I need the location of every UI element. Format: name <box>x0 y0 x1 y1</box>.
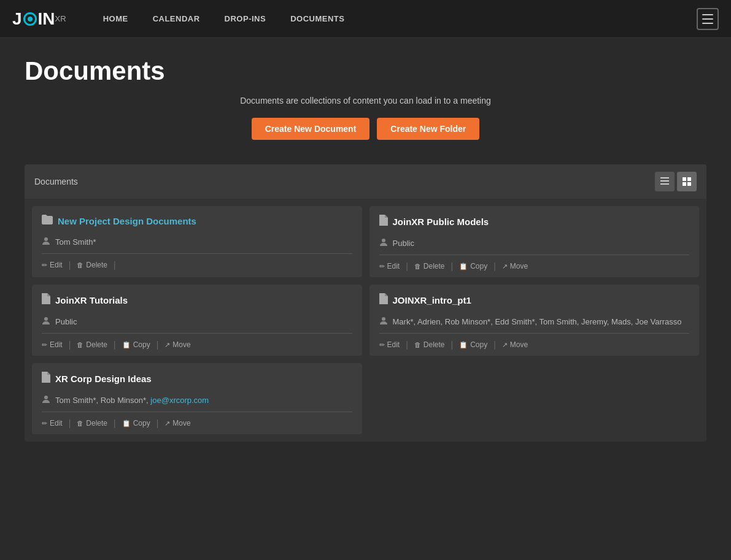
move-action-intro[interactable]: ↗ Move <box>497 340 533 349</box>
doc-icon-5 <box>42 372 50 385</box>
card-owner-tutorials: Public <box>32 313 362 333</box>
move-icon: ↗ <box>502 263 508 270</box>
edit-icon-2: ✏ <box>379 263 385 270</box>
list-view-button[interactable] <box>655 172 675 191</box>
card-title-public-models: JoinXR Public Models <box>393 217 489 227</box>
panel-title: Documents <box>34 177 78 186</box>
hamburger-line-2 <box>702 18 713 20</box>
delete-label-3: Delete <box>86 340 107 349</box>
hamburger-line-1 <box>702 14 713 15</box>
edit-icon-5: ✏ <box>42 420 47 428</box>
delete-icon-3: 🗑 <box>77 341 83 348</box>
doc-svg-4 <box>379 293 388 304</box>
owner-email-xrcorp: joe@xrcorp.com <box>150 396 209 405</box>
move-icon-3: ↗ <box>164 341 170 349</box>
card-joinxr-tutorials: JoinXR Tutorials Public ✏ Edit | <box>32 285 362 356</box>
nav-home[interactable]: HOME <box>103 14 128 23</box>
svg-point-7 <box>44 237 48 241</box>
doc-svg-3 <box>42 293 50 304</box>
card-joinxr-public-models: JoinXR Public Models Public ✏ Edit | <box>369 206 700 277</box>
hamburger-menu[interactable] <box>697 8 719 30</box>
card-title-tutorials: JoinXR Tutorials <box>55 295 128 305</box>
sep-3: | <box>492 261 497 271</box>
person-svg-3 <box>42 316 50 325</box>
delete-action-xrcorp[interactable]: 🗑 Delete <box>72 419 112 428</box>
doc-icon-3 <box>42 293 50 307</box>
svg-rect-3 <box>683 177 686 181</box>
nav-dropins[interactable]: DROP-INS <box>225 14 266 23</box>
grid-view-icon <box>683 177 691 186</box>
copy-label: Copy <box>470 262 487 270</box>
copy-action-public-models[interactable]: 📋 Copy <box>454 262 492 270</box>
edit-action-public-models[interactable]: ✏ Edit <box>379 262 405 270</box>
folder-svg <box>42 215 53 224</box>
nav-documents[interactable]: DOCUMENTS <box>290 14 344 23</box>
panel-header: Documents <box>25 164 706 199</box>
delete-action-new-project[interactable]: 🗑 Delete <box>72 261 112 269</box>
delete-action-tutorials[interactable]: 🗑 Delete <box>72 340 112 349</box>
delete-action-public-models[interactable]: 🗑 Delete <box>409 262 450 270</box>
grid-view-button[interactable] <box>677 172 697 191</box>
copy-label-3: Copy <box>133 340 150 349</box>
card-actions-public-models: ✏ Edit | 🗑 Delete | 📋 Copy | ↗ Move <box>369 255 700 277</box>
svg-rect-0 <box>660 177 669 178</box>
edit-action-intro[interactable]: ✏ Edit <box>379 340 405 349</box>
card-title-new-project[interactable]: New Project Design Documents <box>58 216 196 226</box>
navigation: J IN XR HOME CALENDAR DROP-INS DOCUMENTS <box>0 0 731 38</box>
logo: J IN XR <box>12 9 66 29</box>
move-icon-4: ↗ <box>502 341 508 349</box>
sep-t3: | <box>155 340 160 350</box>
move-action-xrcorp[interactable]: ↗ Move <box>160 419 195 428</box>
logo-j: J <box>12 9 22 29</box>
page-subtitle: Documents are collections of content you… <box>25 96 706 105</box>
nav-links: HOME CALENDAR DROP-INS DOCUMENTS <box>103 14 697 23</box>
edit-action-new-project[interactable]: ✏ Edit <box>42 261 68 269</box>
delete-label-2: Delete <box>424 262 445 270</box>
person-icon-3 <box>42 316 50 327</box>
sep-i1: | <box>404 340 409 350</box>
owner-text-tutorials: Public <box>55 317 77 326</box>
action-sep-2: | <box>112 260 117 270</box>
copy-label-5: Copy <box>133 419 150 428</box>
delete-icon-4: 🗑 <box>414 341 421 348</box>
svg-rect-6 <box>687 182 691 186</box>
delete-label-4: Delete <box>424 340 445 349</box>
person-icon <box>42 237 50 247</box>
move-action-tutorials[interactable]: ↗ Move <box>160 340 195 349</box>
sep-t1: | <box>68 340 72 350</box>
nav-calendar[interactable]: CALENDAR <box>153 14 200 23</box>
copy-label-4: Copy <box>470 340 487 349</box>
svg-rect-4 <box>687 177 691 181</box>
hamburger-line-3 <box>702 23 713 24</box>
create-folder-button[interactable]: Create New Folder <box>377 118 479 140</box>
card-actions-new-project: ✏ Edit | 🗑 Delete | <box>32 254 362 276</box>
card-header-tutorials: JoinXR Tutorials <box>32 285 362 313</box>
person-svg-2 <box>379 238 388 247</box>
copy-action-intro[interactable]: 📋 Copy <box>454 340 492 349</box>
copy-action-tutorials[interactable]: 📋 Copy <box>117 340 155 349</box>
card-actions-intro: ✏ Edit | 🗑 Delete | 📋 Copy | ↗ Move <box>369 334 700 356</box>
action-sep: | <box>68 260 72 270</box>
svg-point-10 <box>382 317 385 321</box>
person-svg-4 <box>379 316 388 325</box>
action-buttons: Create New Document Create New Folder <box>25 118 706 140</box>
sep-x2: | <box>112 418 117 428</box>
copy-icon: 📋 <box>459 263 468 270</box>
edit-icon: ✏ <box>42 261 47 269</box>
create-document-button[interactable]: Create New Document <box>252 118 370 140</box>
delete-icon: 🗑 <box>77 261 83 269</box>
doc-svg-5 <box>42 372 50 383</box>
sep-x3: | <box>155 418 160 428</box>
delete-action-intro[interactable]: 🗑 Delete <box>409 340 450 349</box>
move-label-3: Move <box>172 340 190 349</box>
card-xr-corp: XR Corp Design Ideas Tom Smith*, Rob Min… <box>32 363 362 434</box>
view-toggle <box>655 172 697 191</box>
sep-x1: | <box>68 418 72 428</box>
edit-icon-3: ✏ <box>42 341 47 349</box>
edit-icon-4: ✏ <box>379 341 385 349</box>
edit-action-tutorials[interactable]: ✏ Edit <box>42 340 68 349</box>
move-action-public-models[interactable]: ↗ Move <box>497 262 533 270</box>
edit-action-xrcorp[interactable]: ✏ Edit <box>42 419 68 428</box>
copy-action-xrcorp[interactable]: 📋 Copy <box>117 419 155 428</box>
copy-icon-4: 📋 <box>459 341 468 349</box>
